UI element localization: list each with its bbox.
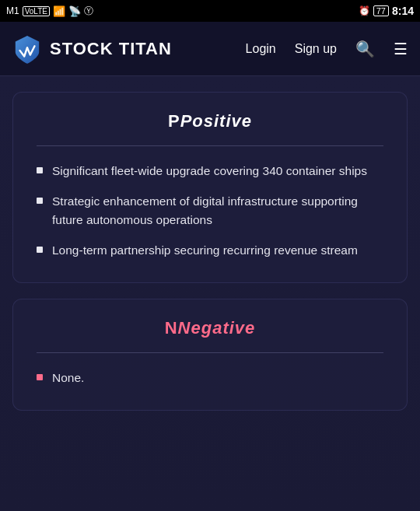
bullet-marker <box>37 167 43 173</box>
bullet-text: None. <box>52 369 84 387</box>
network-volte: VoLTE <box>23 6 50 16</box>
status-bar: M1 VoLTE 📶 📡 Ⓨ ⏰ 77 8:14 <box>0 0 420 22</box>
bullet-marker <box>37 198 43 204</box>
brand-name: STOCK TITAN <box>50 39 172 59</box>
bullet-text: Significant fleet-wide upgrade covering … <box>52 162 367 180</box>
extra-icon: Ⓨ <box>84 5 93 18</box>
wifi-icon: 📡 <box>68 5 81 17</box>
battery-text: 77 <box>373 5 389 16</box>
negative-divider <box>37 352 383 353</box>
navbar: STOCK TITAN Login Sign up 🔍 ☰ <box>0 22 420 76</box>
positive-section: PPositive Significant fleet-wide upgrade… <box>12 92 408 283</box>
brand: STOCK TITAN <box>12 34 172 64</box>
bullet-marker <box>37 247 43 253</box>
brand-logo <box>12 34 42 64</box>
negative-bullet-list: None. <box>37 369 383 387</box>
signal-icon: 📶 <box>53 5 65 17</box>
positive-divider <box>37 145 383 146</box>
signup-link[interactable]: Sign up <box>295 42 337 56</box>
bullet-text: Long-term partnership securing recurring… <box>52 241 358 259</box>
list-item: Long-term partnership securing recurring… <box>37 241 383 259</box>
carrier-text: M1 <box>6 5 19 16</box>
login-link[interactable]: Login <box>246 42 276 56</box>
bullet-marker <box>37 374 43 380</box>
negative-title: NNegative <box>37 318 383 338</box>
menu-icon[interactable]: ☰ <box>394 40 408 58</box>
negative-section: NNegative None. <box>12 299 408 411</box>
bullet-text: Strategic enhancement of digital infrast… <box>52 192 383 229</box>
positive-title: PPositive <box>37 111 383 131</box>
positive-bullet-list: Significant fleet-wide upgrade covering … <box>37 162 383 259</box>
list-item: Strategic enhancement of digital infrast… <box>37 192 383 229</box>
list-item: None. <box>37 369 383 387</box>
status-bar-right: ⏰ 77 8:14 <box>359 5 414 17</box>
navbar-links: Login Sign up 🔍 ☰ <box>246 40 408 58</box>
status-bar-left: M1 VoLTE 📶 📡 Ⓨ <box>6 5 93 18</box>
search-icon[interactable]: 🔍 <box>355 40 375 58</box>
main-content: PPositive Significant fleet-wide upgrade… <box>0 76 420 511</box>
alarm-icon: ⏰ <box>359 5 370 16</box>
list-item: Significant fleet-wide upgrade covering … <box>37 162 383 180</box>
time-text: 8:14 <box>392 5 414 17</box>
